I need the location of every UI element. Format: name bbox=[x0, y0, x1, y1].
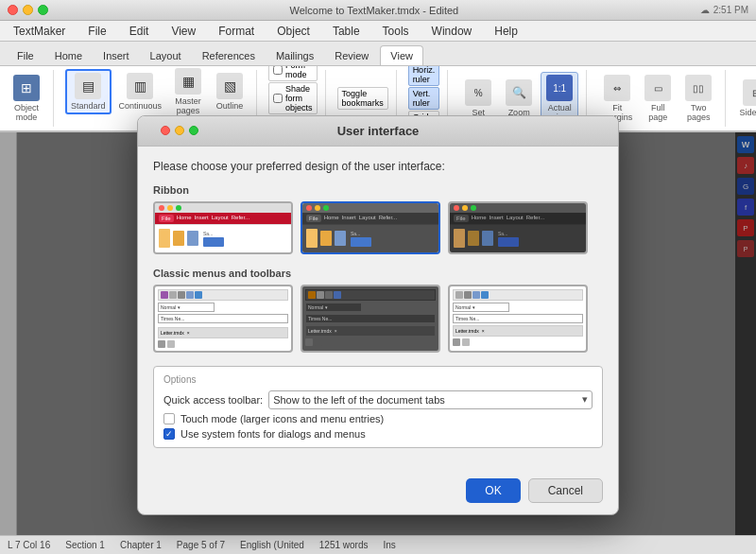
tab-file[interactable]: File bbox=[8, 46, 43, 65]
ribbon-section-label: Ribbon bbox=[153, 184, 603, 196]
menu-format[interactable]: Format bbox=[213, 23, 260, 40]
continuous-icon: ▥ bbox=[127, 73, 153, 99]
cloud-icon: ☁ bbox=[700, 5, 710, 15]
shade-form-checkbox[interactable] bbox=[273, 94, 283, 103]
cp1-dropdown1: Normal ▾ bbox=[158, 303, 215, 312]
outline-button[interactable]: ▧ Outline bbox=[211, 71, 249, 113]
object-mode-button[interactable]: ⊞ Objectmode bbox=[8, 73, 45, 124]
tab-insert[interactable]: Insert bbox=[94, 46, 139, 65]
system-fonts-row: Use system fonts for dialogs and menus bbox=[163, 428, 593, 440]
modal-minimize-button[interactable] bbox=[175, 126, 184, 135]
close-button[interactable] bbox=[8, 5, 18, 15]
ribbon-preview-dark[interactable]: File Home Insert Layout Refer... bbox=[301, 201, 440, 254]
menu-object[interactable]: Object bbox=[271, 23, 316, 40]
page-info: Page 5 of 7 bbox=[177, 540, 225, 550]
fit-margins-icon: ⇔ bbox=[604, 75, 630, 101]
chapter-info: Chapter 1 bbox=[120, 540, 162, 550]
vert-ruler-label: Vert. ruler bbox=[413, 89, 436, 108]
ribbon-preview-light[interactable]: File Home Insert Layout Refer... bbox=[153, 201, 293, 254]
preview3-icon2 bbox=[468, 231, 479, 246]
status-bar: L 7 Col 16 Section 1 Chapter 1 Page 5 of… bbox=[0, 535, 756, 554]
system-fonts-label: Use system fonts for dialogs and menus bbox=[180, 428, 366, 440]
tab-view[interactable]: View bbox=[380, 45, 423, 65]
preview2-tabs: File Home Insert Layout Refer... bbox=[302, 213, 438, 224]
modal-maximize-button[interactable] bbox=[189, 126, 198, 135]
quick-access-dropdown[interactable]: Show to the left of the document tabs ▾ bbox=[268, 390, 593, 409]
classic-preview-light2[interactable]: Normal ▾ Times Ne... Letter.tmdx × bbox=[448, 285, 588, 353]
zoom-button[interactable]: 🔍 Zoom bbox=[500, 78, 538, 119]
preview1-right: Sa... bbox=[203, 231, 224, 247]
cp3-icon2 bbox=[464, 291, 472, 299]
word-count: 1251 words bbox=[319, 540, 369, 550]
classic-preview-dark[interactable]: Normal ▾ Times Ne... Letter.tmdx × bbox=[301, 285, 440, 353]
set-button[interactable]: % Set bbox=[459, 78, 497, 119]
cp3-icon6 bbox=[462, 338, 470, 346]
maximize-button[interactable] bbox=[38, 5, 48, 15]
horiz-ruler-label: Horiz. ruler bbox=[413, 66, 436, 84]
tab-layout[interactable]: Layout bbox=[141, 46, 191, 65]
system-fonts-checkbox[interactable] bbox=[163, 428, 175, 440]
cp2-dropdown2: Times Ne... bbox=[305, 314, 436, 323]
vert-ruler-button[interactable]: Vert. ruler bbox=[408, 87, 440, 110]
cp1-dropdown2: Times Ne... bbox=[158, 314, 288, 323]
standard-label: Standard bbox=[71, 101, 106, 111]
continuous-view-button[interactable]: ▥ Continuous bbox=[115, 71, 166, 113]
menu-table[interactable]: Table bbox=[327, 23, 366, 40]
minimize-button[interactable] bbox=[23, 5, 33, 15]
modal-ok-button[interactable]: OK bbox=[466, 478, 520, 503]
full-page-button[interactable]: ▭ Full page bbox=[639, 73, 677, 124]
preview2-icon3 bbox=[335, 231, 346, 246]
full-page-icon: ▭ bbox=[644, 75, 671, 101]
ribbon-previews: File Home Insert Layout Refer... bbox=[153, 201, 603, 254]
options-section: Options Quick access toolbar: Show to th… bbox=[153, 366, 603, 448]
modal-overlay: Microsoft Office file formats: DOCX, XLS… bbox=[0, 132, 756, 535]
tab-mailings[interactable]: Mailings bbox=[266, 46, 323, 65]
actual-size-icon: 1:1 bbox=[546, 75, 573, 101]
shade-form-button[interactable]: Shade form objects bbox=[268, 82, 318, 114]
menu-help[interactable]: Help bbox=[489, 23, 524, 40]
modal-window-controls[interactable] bbox=[161, 126, 198, 135]
object-mode-icon: ⊞ bbox=[13, 75, 40, 101]
modal-titlebar-wrap: User interface bbox=[149, 124, 607, 138]
master-label: Masterpages bbox=[175, 96, 201, 115]
ribbon-preview-very-dark[interactable]: File Home Insert Layout Refer... bbox=[448, 201, 588, 254]
window-controls[interactable] bbox=[8, 5, 48, 15]
menu-window[interactable]: Window bbox=[426, 23, 478, 40]
cp1-icon3 bbox=[178, 291, 185, 299]
tab-references[interactable]: References bbox=[193, 46, 265, 65]
two-pages-button[interactable]: ▯▯ Two pages bbox=[679, 73, 717, 124]
continuous-label: Continuous bbox=[119, 101, 163, 111]
preview1-icon1 bbox=[159, 229, 170, 248]
tab-home[interactable]: Home bbox=[45, 46, 92, 65]
modal-close-button[interactable] bbox=[161, 126, 170, 135]
cp3-icon1 bbox=[455, 291, 463, 299]
sidebars-label: Sidebars bbox=[739, 108, 756, 117]
menu-tools[interactable]: Tools bbox=[377, 23, 415, 40]
cursor-position: L 7 Col 16 bbox=[8, 540, 50, 550]
touch-mode-checkbox[interactable] bbox=[163, 413, 175, 424]
form-mode-checkbox[interactable] bbox=[273, 66, 283, 75]
horiz-ruler-button[interactable]: Horiz. ruler bbox=[408, 66, 440, 86]
menu-edit[interactable]: Edit bbox=[124, 23, 155, 40]
modal-title: User interface bbox=[337, 124, 420, 138]
menu-textmaker[interactable]: TextMaker bbox=[8, 23, 71, 40]
master-icon: ▦ bbox=[175, 68, 201, 95]
form-mode-button[interactable]: Form mode bbox=[268, 66, 318, 81]
outline-icon: ▧ bbox=[216, 73, 243, 99]
options-title: Options bbox=[163, 374, 593, 385]
cp2-icon1 bbox=[308, 291, 316, 299]
standard-view-button[interactable]: ▤ Standard bbox=[65, 69, 112, 114]
sidebars-button[interactable]: ⊟ Sidebars bbox=[737, 78, 756, 119]
modal-cancel-button[interactable]: Cancel bbox=[528, 478, 603, 503]
menu-file[interactable]: File bbox=[82, 23, 112, 40]
classic-preview-light[interactable]: Normal ▾ Times Ne... Letter.tmdx × bbox=[153, 285, 293, 353]
dropdown-arrow-icon: ▾ bbox=[582, 393, 588, 406]
toggle-bookmarks-button[interactable]: Toggle bookmarks bbox=[337, 87, 388, 110]
preview2-icon2 bbox=[320, 231, 332, 246]
ribbon-tabs: File Home Insert Layout References Maili… bbox=[0, 42, 756, 66]
classic-previews: Normal ▾ Times Ne... Letter.tmdx × bbox=[153, 285, 603, 353]
master-pages-button[interactable]: ▦ Masterpages bbox=[169, 66, 207, 117]
tab-review[interactable]: Review bbox=[325, 46, 378, 65]
menu-view[interactable]: View bbox=[165, 23, 201, 40]
classic-section-label: Classic menus and toolbars bbox=[153, 268, 603, 279]
